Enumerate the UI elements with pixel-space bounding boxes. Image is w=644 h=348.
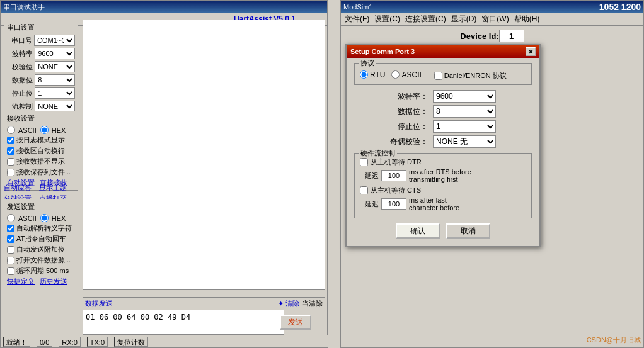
auto-wrap-checkbox[interactable]: [7, 147, 14, 155]
modsim-numbers: 1052 1200: [599, 2, 641, 12]
status-count: 0/0: [37, 337, 52, 347]
daniel-checkbox[interactable]: [434, 72, 442, 80]
hex-radio[interactable]: [40, 126, 49, 134]
send-hex-label: HEX: [52, 215, 66, 222]
file-src-label: 打开文件数据源...: [16, 255, 71, 265]
data-bits-select-dlg[interactable]: 8: [433, 105, 496, 118]
file-src-checkbox[interactable]: [7, 257, 14, 264]
data-bits-field: 数据位 8: [7, 74, 75, 86]
proto-ascii-radio[interactable]: [391, 70, 400, 79]
device-id-value: 1: [499, 30, 524, 42]
data-log: [83, 20, 325, 290]
receive-settings: 接收设置 ASCII HEX 按日志模式显示 接收区自动换行 接收数据不显示 接: [4, 111, 78, 191]
menu-window[interactable]: 窗口(W): [481, 14, 509, 25]
protocol-group-label: 协议: [359, 59, 376, 68]
auto-send-checkbox[interactable]: [7, 246, 14, 254]
baud-rate-field: 波特率 9600: [7, 48, 75, 59]
send-ascii-radio[interactable]: [7, 214, 15, 222]
dialog-button-row: 确认 取消: [354, 223, 532, 239]
when-clear-btn[interactable]: 当清除: [302, 299, 323, 308]
rtu-option: RTU: [360, 70, 385, 79]
receive-title: 接收设置: [7, 114, 75, 123]
dtr-wait-row: 从主机等待 DTR: [360, 157, 526, 167]
modsim-title-text: ModSim1: [343, 3, 372, 11]
rtu-radio[interactable]: [360, 70, 368, 79]
cycle-checkbox[interactable]: [7, 267, 14, 275]
uart-title-bar: 串口调试助手: [1, 1, 327, 13]
parity-field: 校验位 NONE: [7, 61, 75, 72]
cts-delay-input[interactable]: [381, 198, 406, 210]
log-mode-row: 按日志模式显示: [7, 135, 75, 145]
dtr-delay-input[interactable]: [381, 170, 406, 181]
dialog-close-button[interactable]: ✕: [526, 47, 536, 56]
cancel-button[interactable]: 取消: [446, 223, 490, 239]
shortcut-link[interactable]: 快捷定义: [7, 277, 35, 286]
auto-send-row: 自动发送附加位: [7, 245, 75, 254]
ascii-option: ASCII: [391, 70, 421, 79]
send-encoding-row: ASCII HEX: [7, 214, 75, 222]
com-port-select[interactable]: COM1~CO: [34, 35, 75, 46]
confirm-button[interactable]: 确认: [396, 223, 440, 239]
send-button[interactable]: 发送: [280, 315, 311, 330]
history-link[interactable]: 历史发送: [40, 277, 67, 286]
data-bits-select[interactable]: 8: [35, 74, 75, 86]
parity-label-dlg: 奇偶校验：: [357, 137, 428, 147]
log-mode-checkbox[interactable]: [7, 137, 14, 144]
hex-input-area[interactable]: 01 06 00 64 00 02 49 D4: [83, 310, 284, 335]
menu-display[interactable]: 显示(D): [451, 14, 477, 25]
encoding-radio-row: ASCII HEX: [7, 126, 75, 134]
auto-resp-link[interactable]: 自动应答: [4, 183, 32, 193]
menu-file[interactable]: 文件(F): [345, 14, 369, 25]
escape-char-row: 自动解析转义字符: [7, 223, 75, 233]
protocol-options: RTU ASCII Daniel/ENRON 协议: [360, 69, 526, 81]
cts-checkbox[interactable]: [360, 186, 368, 194]
stop-bits-select[interactable]: 1: [35, 87, 75, 99]
status-ready: 就绪！: [3, 337, 30, 347]
dtr-checkbox[interactable]: [360, 158, 368, 166]
file-src-row: 打开文件数据源...: [7, 255, 75, 265]
parity-select[interactable]: NONE: [35, 61, 75, 72]
delay-label-1: 延迟: [365, 171, 379, 181]
status-rx: RX:0: [59, 337, 80, 347]
clear-label[interactable]: 数据发送: [85, 299, 113, 308]
serial-port-title: 串口设置: [7, 23, 75, 32]
hide-recv-checkbox[interactable]: [7, 158, 14, 166]
baud-rate-label-dlg: 波特率：: [357, 91, 428, 102]
dtr-label: 从主机等待 DTR: [371, 157, 422, 167]
auto-send-label: 自动发送附加位: [16, 245, 65, 254]
send-hex-radio[interactable]: [40, 214, 49, 222]
status-tx: TX:0: [87, 337, 108, 347]
proto-ascii-label: ASCII: [401, 70, 421, 79]
theme-link[interactable]: 显示主题: [39, 183, 67, 193]
hide-recv-label: 接收数据不显示: [16, 157, 65, 166]
delay-label-2: 延迟: [365, 199, 379, 209]
setup-comm-dialog: Setup Comm Port 3 ✕ 协议 RTU ASCII Daniel/…: [345, 44, 541, 247]
hide-recv-row: 接收数据不显示: [7, 157, 75, 166]
hw-flow-label: 硬件流控制: [359, 149, 397, 158]
baud-rate-label: 波特率: [7, 49, 33, 59]
cycle-row: 循环周期 500 ms: [7, 266, 75, 276]
clear-btn[interactable]: ✦ 清除: [278, 299, 299, 308]
escape-char-label: 自动解析转义字符: [16, 223, 72, 233]
stop-bits-label: 停止位: [7, 89, 33, 98]
cts-wait-row: 从主机等待 CTS: [360, 186, 526, 195]
ascii-radio[interactable]: [7, 126, 15, 134]
log-mode-label: 按日志模式显示: [16, 135, 65, 145]
stop-bits-select-dlg[interactable]: 1: [433, 120, 496, 133]
status-reset[interactable]: 复位计数: [114, 337, 148, 347]
baud-rate-select[interactable]: 9600: [35, 48, 75, 59]
dialog-title-text: Setup Comm Port 3: [350, 48, 415, 55]
menu-conn-settings[interactable]: 连接设置(C): [405, 14, 446, 25]
menu-settings[interactable]: 设置(C): [374, 14, 400, 25]
at-cmd-checkbox[interactable]: [7, 235, 14, 243]
baud-rate-select-dlg[interactable]: 9600: [433, 90, 496, 103]
modsim-title-bar: ModSim1 1052 1200: [341, 1, 643, 13]
ascii-label: ASCII: [18, 126, 37, 134]
uart-assist-app: 串口调试助手 UartAssist V5.0.1 串口设置 串口号 COM1~C…: [0, 0, 328, 348]
escape-char-checkbox[interactable]: [7, 225, 14, 232]
cycle-label: 循环周期 500 ms: [16, 266, 69, 276]
modsim-menu-bar: 文件(F) 设置(C) 连接设置(C) 显示(D) 窗口(W) 帮助(H): [341, 13, 643, 26]
save-file-checkbox[interactable]: [7, 169, 14, 176]
menu-help[interactable]: 帮助(H): [514, 14, 540, 25]
parity-select-dlg[interactable]: NONE 无: [433, 135, 496, 148]
